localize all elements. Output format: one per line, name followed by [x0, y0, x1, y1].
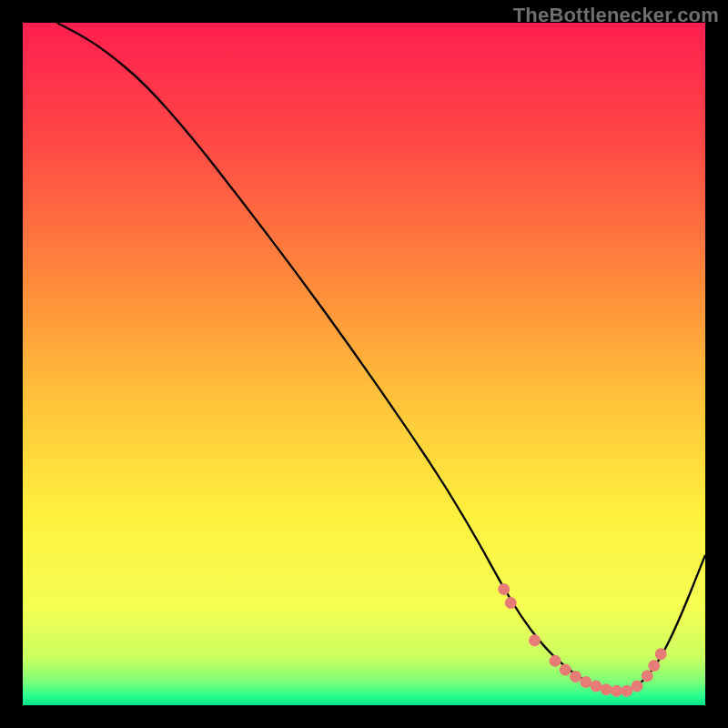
highlight-dot — [505, 597, 517, 609]
highlight-dot — [655, 648, 667, 660]
highlight-dot — [529, 634, 541, 646]
highlight-dot — [621, 685, 632, 697]
highlight-dot — [648, 660, 660, 672]
highlight-dot — [632, 681, 643, 693]
chart-svg — [0, 0, 728, 728]
highlight-dot — [580, 676, 592, 688]
watermark-text: TheBottlenecker.com — [513, 4, 719, 27]
highlight-dot — [642, 670, 653, 682]
highlight-dot — [498, 583, 510, 595]
highlight-dot — [570, 671, 581, 682]
highlight-dot — [560, 664, 571, 676]
chart-frame: TheBottlenecker.com — [0, 0, 728, 728]
gradient-background — [23, 23, 705, 705]
highlight-dot — [611, 685, 622, 697]
highlight-dot — [550, 655, 561, 667]
highlight-dot — [591, 681, 602, 693]
highlight-dot — [601, 683, 612, 695]
